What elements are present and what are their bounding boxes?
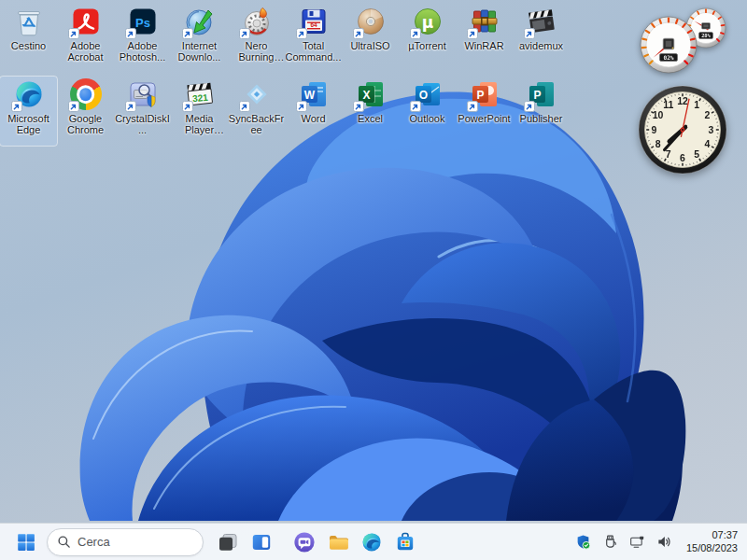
svg-text:P: P	[533, 89, 541, 102]
crystaldiskinfo-icon	[127, 78, 159, 110]
shortcut-arrow-icon	[296, 28, 307, 39]
start-button[interactable]	[9, 525, 43, 559]
desktop-icon-adobe-photoshop[interactable]: Ps Adobe Photosh...	[114, 4, 171, 73]
desktop-icon-label: WinRAR	[457, 40, 513, 51]
media-player-classic-icon: 321	[184, 78, 216, 110]
desktop-icon-outlook[interactable]: O Outlook	[399, 77, 456, 146]
volume-icon[interactable]	[656, 533, 673, 550]
search-icon	[57, 535, 71, 549]
excel-icon: X	[355, 78, 387, 110]
word-icon: W	[298, 78, 330, 110]
shortcut-arrow-icon	[353, 28, 364, 39]
svg-text:P: P	[476, 89, 484, 102]
desktop-icon-crystaldiskinfo[interactable]: CrystalDiskI...	[114, 77, 171, 146]
clock-numeral: 11	[663, 99, 673, 110]
desktop-icon-microsoft-edge[interactable]: Microsoft Edge	[0, 77, 57, 146]
clock-numeral: 2	[704, 109, 710, 120]
desktop-icon-syncbackfree[interactable]: SyncBackFree	[228, 77, 285, 146]
desktop-icon-label: Total Command...	[286, 40, 342, 63]
svg-text:321: 321	[191, 92, 208, 105]
desktop-icon-label: Internet Downlo...	[172, 40, 228, 63]
shortcut-arrow-icon	[239, 101, 250, 112]
google-chrome-icon	[70, 78, 102, 110]
taskbar-time: 07:37	[686, 528, 738, 541]
desktop-icon-label: avidemux	[514, 40, 570, 51]
desktop-icon-word[interactable]: W Word	[285, 77, 342, 146]
analog-clock-gadget[interactable]: 121234567891011	[637, 84, 728, 175]
desktop-icon-media-player-classic[interactable]: 321 Media Player Classic	[171, 77, 228, 146]
shortcut-arrow-icon	[11, 101, 22, 112]
desktop-icon-nero-burning-rom[interactable]: Nero Burning ROM	[228, 4, 285, 73]
desktop-icon-internet-download-manager[interactable]: Internet Downlo...	[171, 4, 228, 73]
ultraiso-icon	[355, 6, 387, 37]
powerpoint-icon: P	[469, 78, 500, 110]
shortcut-arrow-icon	[125, 101, 136, 112]
desktop-icon-ultraiso[interactable]: UltraISO	[342, 4, 399, 73]
shortcut-arrow-icon	[182, 101, 193, 112]
shortcut-arrow-icon	[68, 28, 79, 39]
desktop-icon-label: Media Player Classic	[172, 113, 228, 136]
microsoft-edge-icon	[13, 78, 45, 110]
windows-logo-icon	[15, 531, 37, 553]
adobe-photoshop-icon: Ps	[127, 6, 159, 37]
clock-numeral: 5	[694, 148, 699, 160]
taskbar-search-box[interactable]	[47, 528, 204, 556]
svg-text:Ps: Ps	[135, 16, 150, 30]
desktop-icon-label: Microsoft Edge	[1, 113, 57, 136]
avidemux-icon	[526, 6, 557, 37]
file-explorer-icon	[327, 531, 349, 553]
desktop-screen: Cestino Adobe Acrobat Ps Adobe Photosh..…	[0, 0, 747, 560]
desktop-icon-utorrent[interactable]: µ µTorrent	[399, 4, 456, 73]
desktop-icon-powerpoint[interactable]: P PowerPoint	[456, 77, 513, 146]
ethernet-icon[interactable]	[629, 533, 646, 550]
desktop-icon-recycle-bin[interactable]: Cestino	[0, 4, 57, 73]
task-view-button[interactable]	[211, 525, 245, 559]
desktop-icon-label: CrystalDiskI...	[115, 113, 171, 136]
widgets-button[interactable]	[245, 525, 278, 559]
syncbackfree-icon	[241, 78, 273, 110]
clock-numeral: 1	[694, 99, 699, 110]
desktop-icon-total-commander[interactable]: 64 Total Command...	[285, 4, 342, 73]
file-explorer-button[interactable]	[321, 525, 355, 559]
desktop-icon-label: Google Chrome	[58, 113, 114, 136]
desktop-icon-label: Publisher	[514, 113, 570, 124]
nero-burning-rom-icon	[241, 6, 273, 37]
desktop-icon-label: Nero Burning ROM	[229, 40, 285, 63]
clock-numeral: 10	[653, 109, 664, 120]
clock-numeral: 9	[652, 124, 657, 135]
clock-numeral: 3	[709, 124, 714, 135]
desktop-icon-excel[interactable]: X Excel	[342, 77, 399, 146]
desktop-icon-publisher[interactable]: P Publisher	[513, 77, 570, 146]
svg-text:W: W	[303, 89, 315, 102]
shortcut-arrow-icon	[239, 28, 250, 39]
microsoft-store-icon	[394, 531, 416, 553]
usb-device-icon[interactable]	[602, 533, 619, 550]
system-tray: 07:37 15/08/2023	[575, 523, 741, 560]
taskbar-clock[interactable]: 07:37 15/08/2023	[686, 528, 741, 555]
search-input[interactable]	[78, 535, 180, 549]
microsoft-store-button[interactable]	[388, 525, 422, 559]
clock-numeral: 6	[680, 152, 685, 163]
clock-numeral: 4	[704, 138, 710, 149]
shortcut-arrow-icon	[68, 101, 79, 112]
clock-numeral: 7	[666, 148, 671, 160]
shortcut-arrow-icon	[125, 28, 136, 39]
desktop-icon-adobe-acrobat[interactable]: Adobe Acrobat	[57, 4, 114, 73]
winrar-icon	[469, 6, 500, 37]
edge-taskbar-button[interactable]	[355, 525, 388, 559]
clock-numeral: 12	[677, 95, 688, 106]
internet-download-manager-icon	[184, 6, 216, 37]
desktop-icon-label: Outlook	[400, 113, 456, 124]
taskbar-date: 15/08/2023	[686, 541, 738, 554]
shortcut-arrow-icon	[467, 101, 478, 112]
outlook-icon: O	[412, 78, 444, 110]
windows-security-icon[interactable]	[575, 533, 592, 550]
cpu-meter-gadget[interactable]: 28% 02%	[627, 4, 740, 80]
desktop-icons-row-2: Microsoft EdgeGoogle Chrome CrystalDiskI…	[0, 77, 570, 146]
desktop-icon-avidemux[interactable]: avidemux	[513, 4, 570, 73]
shortcut-arrow-icon	[353, 101, 364, 112]
desktop-icon-label: Word	[286, 113, 342, 124]
desktop-icon-winrar[interactable]: WinRAR	[456, 4, 513, 73]
desktop-icon-google-chrome[interactable]: Google Chrome	[57, 77, 114, 146]
chat-button[interactable]	[288, 525, 321, 559]
